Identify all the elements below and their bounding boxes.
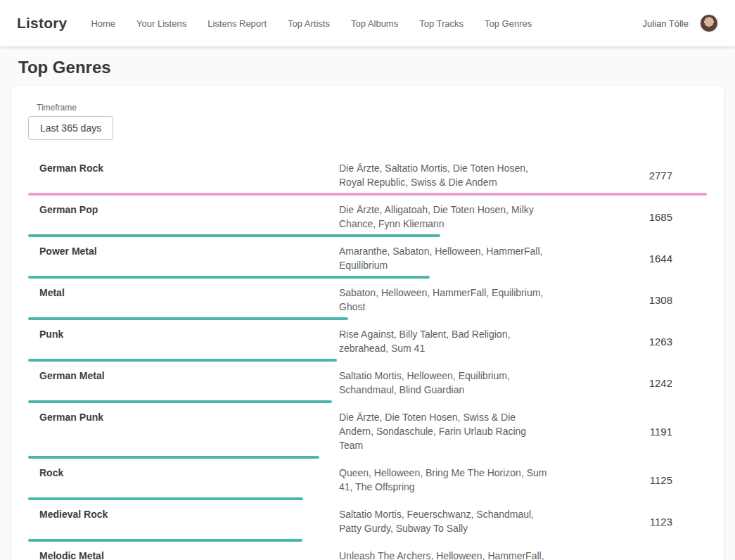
genre-artists: Saltatio Mortis, Feuerschwanz, Schandmau…	[339, 507, 550, 535]
page-title: Top Genres	[18, 58, 717, 77]
genre-row: German Punk Die Ärzte, Die Toten Hosen, …	[28, 406, 707, 459]
genre-count: 1125	[601, 474, 707, 486]
genre-bar-track	[28, 497, 707, 500]
genre-bar-track	[28, 359, 707, 362]
genre-bar-track	[28, 193, 707, 196]
genre-artists: Saltatio Mortis, Helloween, Equilibrium,…	[339, 369, 550, 397]
genre-name: Punk	[39, 327, 339, 340]
genre-row-main: Medieval Rock Saltatio Mortis, Feuerschw…	[28, 503, 707, 535]
genre-row-main: German Punk Die Ärzte, Die Toten Hosen, …	[28, 406, 707, 452]
genre-row: Punk Rise Against, Billy Talent, Bad Rel…	[28, 323, 707, 362]
genre-row-main: Melodic Metal Unleash The Archers, Hello…	[28, 545, 707, 560]
genre-bar	[28, 359, 337, 362]
user-menu: Julian Tölle	[642, 14, 718, 32]
genre-row: Power Metal Amaranthe, Sabaton, Hellowee…	[28, 240, 707, 279]
genre-name: German Punk	[39, 410, 339, 423]
genre-name: Power Metal	[39, 244, 339, 257]
nav-item-top-tracks[interactable]: Top Tracks	[419, 18, 464, 29]
genre-row: German Pop Die Ärzte, Alligatoah, Die To…	[28, 198, 707, 237]
genre-name: Medieval Rock	[39, 507, 339, 520]
genre-row: Medieval Rock Saltatio Mortis, Feuerschw…	[28, 503, 707, 542]
genre-row: Metal Sabaton, Helloween, HammerFall, Eq…	[28, 281, 707, 320]
genre-bar-track	[28, 400, 707, 403]
genre-row-main: German Metal Saltatio Mortis, Helloween,…	[28, 364, 707, 397]
genre-name: German Rock	[39, 161, 339, 174]
nav-links: Home Your Listens Listens Report Top Art…	[91, 18, 642, 29]
genre-bar-track	[28, 276, 707, 279]
genre-name: Rock	[39, 466, 339, 478]
genre-bar	[28, 400, 332, 403]
genre-row: German Metal Saltatio Mortis, Helloween,…	[28, 364, 707, 403]
genre-row-main: German Rock Die Ärzte, Saltatio Mortis, …	[28, 157, 707, 189]
nav-item-top-artists[interactable]: Top Artists	[288, 18, 330, 29]
page-content: Top Genres Timeframe Last 365 days Germa…	[0, 58, 735, 560]
genre-artists: Queen, Helloween, Bring Me The Horizon, …	[339, 466, 550, 494]
genre-row-main: German Pop Die Ärzte, Alligatoah, Die To…	[28, 198, 707, 231]
genre-count: 1002	[601, 557, 707, 560]
genre-name: Metal	[39, 286, 339, 298]
genre-bar	[28, 497, 303, 500]
genre-artists: Die Ärzte, Alligatoah, Die Toten Hosen, …	[339, 203, 550, 231]
genre-bar-track	[28, 234, 707, 237]
nav-item-top-genres[interactable]: Top Genres	[485, 18, 532, 29]
genre-bar	[28, 456, 319, 459]
genre-bar-track	[28, 456, 707, 459]
genre-count: 1685	[601, 211, 707, 223]
timeframe-select[interactable]: Last 365 days	[28, 116, 113, 140]
genre-row-main: Rock Queen, Helloween, Bring Me The Hori…	[28, 462, 707, 494]
genre-bar	[28, 234, 440, 237]
genre-count: 1644	[601, 253, 707, 265]
genre-bar-track	[28, 539, 707, 542]
genre-table: German Rock Die Ärzte, Saltatio Mortis, …	[28, 157, 707, 560]
genre-row: German Rock Die Ärzte, Saltatio Mortis, …	[28, 157, 707, 196]
genre-bar-track	[28, 317, 707, 320]
genre-artists: Rise Against, Billy Talent, Bad Religion…	[339, 327, 550, 355]
genre-bar	[28, 317, 348, 320]
nav-item-listens-report[interactable]: Listens Report	[207, 18, 267, 29]
nav-item-home[interactable]: Home	[91, 18, 115, 29]
user-avatar[interactable]	[700, 14, 718, 32]
genre-name: German Metal	[39, 369, 339, 381]
genre-name: Melodic Metal	[39, 549, 339, 560]
genre-artists: Die Ärzte, Die Toten Hosen, Swiss & Die …	[339, 410, 550, 452]
navbar: Listory Home Your Listens Listens Report…	[0, 0, 735, 46]
genre-bar	[28, 276, 430, 279]
genre-row-main: Punk Rise Against, Billy Talent, Bad Rel…	[28, 323, 707, 355]
genre-artists: Sabaton, Helloween, HammerFall, Equilibr…	[339, 286, 550, 314]
genre-row: Melodic Metal Unleash The Archers, Hello…	[28, 545, 707, 560]
genre-count: 2777	[601, 170, 707, 182]
genre-artists: Amaranthe, Sabaton, Helloween, HammerFal…	[339, 244, 550, 272]
nav-item-your-listens[interactable]: Your Listens	[136, 18, 186, 29]
genre-count: 1191	[601, 426, 707, 438]
user-name: Julian Tölle	[642, 18, 689, 29]
genre-count: 1308	[601, 294, 707, 306]
app-logo[interactable]: Listory	[17, 15, 67, 32]
genre-row-main: Power Metal Amaranthe, Sabaton, Hellowee…	[28, 240, 707, 272]
genre-artists: Unleash The Archers, Helloween, HammerFa…	[339, 549, 550, 560]
genre-count: 1242	[601, 377, 707, 389]
genre-bar	[28, 193, 707, 196]
genre-count: 1123	[601, 516, 707, 528]
timeframe-label: Timeframe	[37, 103, 707, 113]
top-genres-card: Timeframe Last 365 days German Rock Die …	[11, 86, 724, 560]
genre-row-main: Metal Sabaton, Helloween, HammerFall, Eq…	[28, 281, 707, 314]
genre-artists: Die Ärzte, Saltatio Mortis, Die Toten Ho…	[339, 161, 550, 189]
genre-name: German Pop	[39, 203, 339, 215]
genre-bar	[28, 539, 302, 542]
genre-row: Rock Queen, Helloween, Bring Me The Hori…	[28, 462, 707, 500]
nav-item-top-albums[interactable]: Top Albums	[351, 18, 398, 29]
genre-count: 1263	[601, 336, 707, 348]
